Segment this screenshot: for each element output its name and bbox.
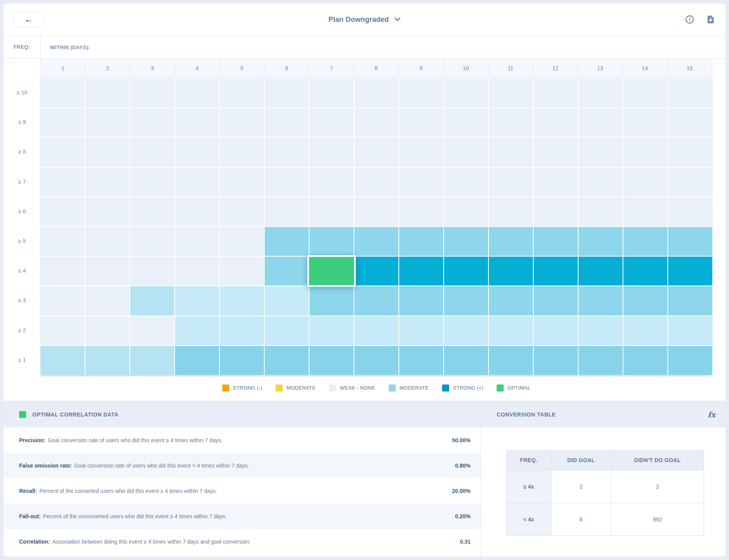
heatmap-cell[interactable] <box>354 108 398 137</box>
heatmap-cell[interactable] <box>399 168 443 197</box>
heatmap-cell[interactable] <box>310 227 354 256</box>
heatmap-cell[interactable] <box>220 78 264 107</box>
heatmap-cell[interactable] <box>354 227 398 256</box>
heatmap-cell[interactable] <box>310 108 354 137</box>
heatmap-cell[interactable] <box>489 78 533 107</box>
heatmap-cell[interactable] <box>220 108 264 137</box>
heatmap-cell[interactable] <box>623 78 667 107</box>
heatmap-cell[interactable] <box>534 138 578 167</box>
heatmap-cell[interactable] <box>668 108 712 137</box>
heatmap-cell[interactable] <box>668 197 712 226</box>
heatmap-cell[interactable] <box>354 78 398 107</box>
heatmap-cell[interactable] <box>668 138 712 167</box>
heatmap-cell[interactable] <box>579 138 623 167</box>
heatmap-cell[interactable] <box>444 316 488 345</box>
heatmap-cell[interactable] <box>489 257 533 285</box>
heatmap-cell[interactable] <box>265 286 309 315</box>
heatmap-cell[interactable] <box>399 227 443 256</box>
heatmap-cell[interactable] <box>220 257 264 285</box>
heatmap-cell[interactable] <box>623 108 667 137</box>
heatmap-cell[interactable] <box>444 138 488 167</box>
heatmap-cell[interactable] <box>354 286 398 315</box>
heatmap-cell[interactable] <box>130 108 174 137</box>
heatmap-cell[interactable] <box>130 257 174 285</box>
heatmap-cell[interactable] <box>130 78 174 107</box>
heatmap-cell[interactable] <box>175 346 219 375</box>
formula-fx-icon[interactable]: fx <box>708 410 715 419</box>
heatmap-cell[interactable] <box>130 286 174 315</box>
heatmap-cell[interactable] <box>130 138 174 167</box>
heatmap-cell[interactable] <box>444 197 488 226</box>
heatmap-cell[interactable] <box>310 286 354 315</box>
heatmap-cell[interactable] <box>623 168 667 197</box>
heatmap-cell[interactable] <box>41 197 85 226</box>
heatmap-cell[interactable] <box>41 286 85 315</box>
heatmap-cell[interactable] <box>220 227 264 256</box>
heatmap-cell[interactable] <box>579 316 623 345</box>
heatmap-cell[interactable] <box>220 346 264 375</box>
download-icon[interactable] <box>706 15 715 24</box>
heatmap-cell[interactable] <box>130 227 174 256</box>
heatmap-cell[interactable] <box>175 316 219 345</box>
heatmap-cell[interactable] <box>399 257 443 285</box>
heatmap-cell[interactable] <box>668 227 712 256</box>
heatmap-cell[interactable] <box>85 346 129 375</box>
heatmap-cell[interactable] <box>175 108 219 137</box>
back-button[interactable]: ← <box>14 12 44 27</box>
heatmap-cell[interactable] <box>579 346 623 375</box>
heatmap-cell[interactable] <box>623 286 667 315</box>
heatmap-cell[interactable] <box>579 108 623 137</box>
heatmap-cell[interactable] <box>265 346 309 375</box>
heatmap-cell[interactable] <box>41 138 85 167</box>
heatmap-cell[interactable] <box>175 138 219 167</box>
heatmap-cell[interactable] <box>265 168 309 197</box>
heatmap-cell[interactable] <box>623 346 667 375</box>
heatmap-cell[interactable] <box>534 286 578 315</box>
heatmap-cell[interactable] <box>85 227 129 256</box>
heatmap-cell[interactable] <box>310 346 354 375</box>
heatmap-cell[interactable] <box>85 138 129 167</box>
heatmap-cell[interactable] <box>175 286 219 315</box>
heatmap-cell[interactable] <box>623 138 667 167</box>
heatmap-cell[interactable] <box>310 168 354 197</box>
heatmap-cell[interactable] <box>668 346 712 375</box>
heatmap-cell[interactable] <box>220 138 264 167</box>
heatmap-cell[interactable] <box>265 138 309 167</box>
heatmap-cell[interactable] <box>489 346 533 375</box>
heatmap-cell[interactable] <box>534 257 578 285</box>
heatmap-cell[interactable] <box>579 168 623 197</box>
heatmap-cell[interactable] <box>534 168 578 197</box>
heatmap-cell[interactable] <box>354 138 398 167</box>
heatmap-cell[interactable] <box>220 316 264 345</box>
heatmap-cell[interactable] <box>41 346 85 375</box>
heatmap-cell[interactable] <box>85 168 129 197</box>
heatmap-cell[interactable] <box>354 346 398 375</box>
heatmap-cell[interactable] <box>444 78 488 107</box>
heatmap-cell-selected-optimal[interactable] <box>307 255 356 287</box>
heatmap-cell[interactable] <box>354 197 398 226</box>
heatmap-cell[interactable] <box>265 227 309 256</box>
heatmap-cell[interactable] <box>354 316 398 345</box>
info-icon[interactable] <box>685 15 694 24</box>
heatmap-cell[interactable] <box>265 316 309 345</box>
heatmap-cell[interactable] <box>399 316 443 345</box>
heatmap-cell[interactable] <box>623 316 667 345</box>
heatmap-cell[interactable] <box>399 108 443 137</box>
event-selector-dropdown[interactable]: Plan Downgraded <box>328 15 400 23</box>
heatmap-cell[interactable] <box>220 168 264 197</box>
heatmap-cell[interactable] <box>489 227 533 256</box>
heatmap-cell[interactable] <box>175 227 219 256</box>
heatmap-cell[interactable] <box>85 316 129 345</box>
heatmap-cell[interactable] <box>41 316 85 345</box>
heatmap-cell[interactable] <box>444 286 488 315</box>
heatmap-cell[interactable] <box>310 197 354 226</box>
heatmap-cell[interactable] <box>444 168 488 197</box>
heatmap-cell[interactable] <box>85 78 129 107</box>
heatmap-cell[interactable] <box>41 227 85 256</box>
heatmap-cell[interactable] <box>399 286 443 315</box>
heatmap-cell[interactable] <box>354 257 398 285</box>
heatmap-cell[interactable] <box>220 286 264 315</box>
heatmap-cell[interactable] <box>579 286 623 315</box>
heatmap-cell[interactable] <box>579 197 623 226</box>
heatmap-cell[interactable] <box>668 316 712 345</box>
